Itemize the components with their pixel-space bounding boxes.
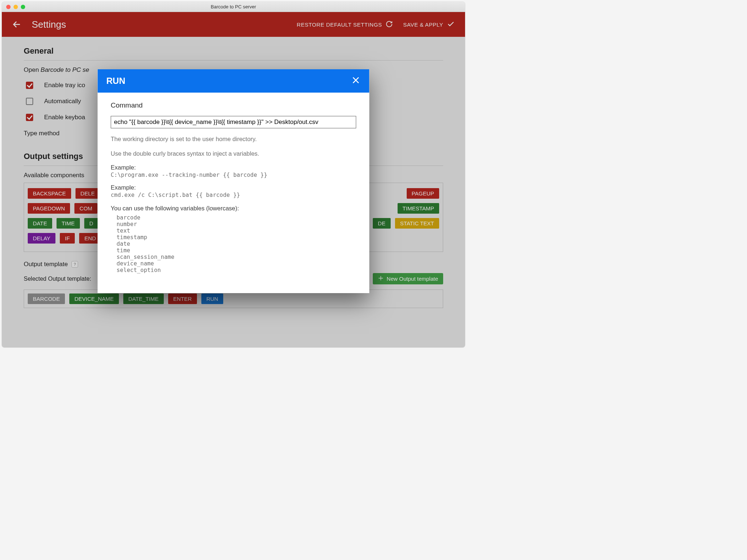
vars-list: barcode number text timestamp date time … (111, 214, 356, 273)
command-input[interactable] (111, 116, 356, 128)
example-code-2: cmd.exe /c C:\script.bat {{ barcode }} (111, 192, 356, 198)
command-label: Command (111, 101, 356, 109)
run-modal: RUN Command The working directory is set… (98, 69, 369, 293)
modal-title: RUN (107, 76, 125, 86)
window-title: Barcode to PC server (2, 4, 465, 9)
example-label-2: Example: (111, 184, 356, 191)
hint-braces: Use the double curly braces syntax to in… (111, 149, 356, 158)
titlebar: Barcode to PC server (2, 2, 465, 12)
close-icon[interactable] (351, 75, 361, 86)
hint-workdir: The working directory is set to the user… (111, 135, 356, 144)
vars-label: You can use the following variables (low… (111, 204, 356, 213)
example-label-1: Example: (111, 164, 356, 171)
example-code-1: C:\program.exe --tracking-number {{ barc… (111, 172, 356, 178)
